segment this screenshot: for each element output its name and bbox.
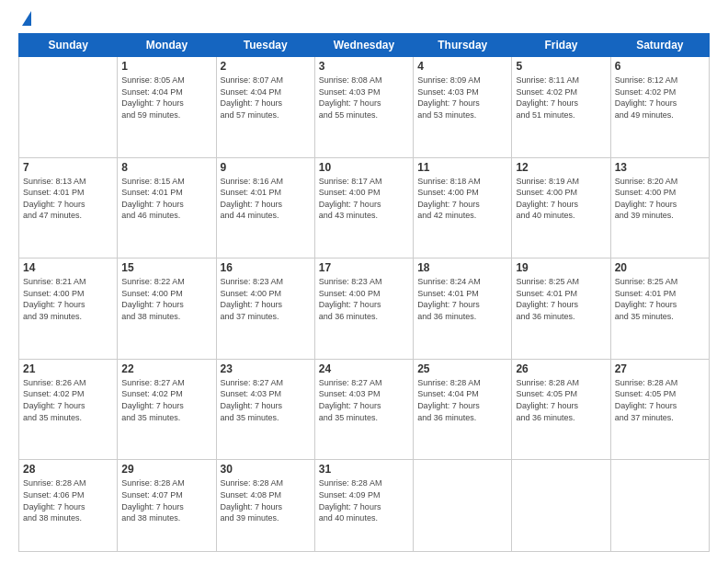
- day-info: Sunrise: 8:19 AM Sunset: 4:00 PM Dayligh…: [516, 176, 606, 222]
- day-number: 22: [121, 362, 211, 375]
- day-info: Sunrise: 8:26 AM Sunset: 4:02 PM Dayligh…: [23, 377, 113, 423]
- day-info: Sunrise: 8:05 AM Sunset: 4:04 PM Dayligh…: [121, 75, 211, 121]
- day-number: 20: [615, 261, 705, 274]
- col-wednesday: Wednesday: [314, 34, 413, 57]
- calendar-cell: 14Sunrise: 8:21 AM Sunset: 4:00 PM Dayli…: [19, 259, 118, 360]
- day-info: Sunrise: 8:23 AM Sunset: 4:00 PM Dayligh…: [319, 276, 409, 322]
- calendar-cell: 27Sunrise: 8:28 AM Sunset: 4:05 PM Dayli…: [610, 359, 709, 460]
- day-number: 9: [221, 161, 311, 174]
- calendar-cell: [610, 460, 709, 552]
- day-number: 5: [516, 60, 606, 73]
- col-friday: Friday: [512, 34, 610, 57]
- col-thursday: Thursday: [414, 34, 512, 57]
- day-number: 18: [417, 261, 507, 274]
- day-number: 12: [516, 161, 606, 174]
- day-number: 30: [221, 463, 311, 476]
- day-info: Sunrise: 8:27 AM Sunset: 4:03 PM Dayligh…: [221, 377, 311, 423]
- col-tuesday: Tuesday: [216, 34, 314, 57]
- day-info: Sunrise: 8:17 AM Sunset: 4:00 PM Dayligh…: [319, 176, 409, 222]
- calendar-cell: 24Sunrise: 8:27 AM Sunset: 4:03 PM Dayli…: [314, 359, 413, 460]
- header-row: Sunday Monday Tuesday Wednesday Thursday…: [19, 34, 710, 57]
- day-info: Sunrise: 8:28 AM Sunset: 4:06 PM Dayligh…: [23, 477, 113, 523]
- calendar-table: Sunday Monday Tuesday Wednesday Thursday…: [18, 33, 710, 552]
- day-info: Sunrise: 8:24 AM Sunset: 4:01 PM Dayligh…: [417, 276, 507, 322]
- calendar-cell: 10Sunrise: 8:17 AM Sunset: 4:00 PM Dayli…: [314, 157, 413, 259]
- calendar-cell: 11Sunrise: 8:18 AM Sunset: 4:00 PM Dayli…: [414, 157, 512, 259]
- calendar-cell: 6Sunrise: 8:12 AM Sunset: 4:02 PM Daylig…: [610, 57, 709, 158]
- calendar-cell: 20Sunrise: 8:25 AM Sunset: 4:01 PM Dayli…: [610, 259, 709, 360]
- calendar-cell: [19, 57, 118, 158]
- day-info: Sunrise: 8:12 AM Sunset: 4:02 PM Dayligh…: [615, 75, 705, 121]
- day-number: 29: [121, 463, 211, 476]
- calendar-cell: 2Sunrise: 8:07 AM Sunset: 4:04 PM Daylig…: [216, 57, 314, 158]
- day-number: 25: [417, 362, 507, 375]
- day-number: 3: [319, 60, 409, 73]
- calendar-cell: 5Sunrise: 8:11 AM Sunset: 4:02 PM Daylig…: [512, 57, 610, 158]
- day-number: 16: [221, 261, 311, 274]
- day-number: 6: [615, 60, 705, 73]
- calendar-cell: 21Sunrise: 8:26 AM Sunset: 4:02 PM Dayli…: [19, 359, 118, 460]
- day-number: 8: [121, 161, 211, 174]
- col-monday: Monday: [118, 34, 216, 57]
- logo: [18, 15, 31, 26]
- day-number: 31: [319, 463, 409, 476]
- day-number: 28: [23, 463, 113, 476]
- calendar-cell: 8Sunrise: 8:15 AM Sunset: 4:01 PM Daylig…: [118, 157, 216, 259]
- day-info: Sunrise: 8:08 AM Sunset: 4:03 PM Dayligh…: [319, 75, 409, 121]
- calendar-cell: 1Sunrise: 8:05 AM Sunset: 4:04 PM Daylig…: [118, 57, 216, 158]
- calendar-cell: 13Sunrise: 8:20 AM Sunset: 4:00 PM Dayli…: [610, 157, 709, 259]
- day-number: 2: [221, 60, 311, 73]
- day-number: 4: [417, 60, 507, 73]
- calendar-cell: 4Sunrise: 8:09 AM Sunset: 4:03 PM Daylig…: [414, 57, 512, 158]
- day-number: 1: [121, 60, 211, 73]
- calendar-cell: 12Sunrise: 8:19 AM Sunset: 4:00 PM Dayli…: [512, 157, 610, 259]
- week-row-3: 14Sunrise: 8:21 AM Sunset: 4:00 PM Dayli…: [19, 259, 710, 360]
- day-info: Sunrise: 8:20 AM Sunset: 4:00 PM Dayligh…: [615, 176, 705, 222]
- day-info: Sunrise: 8:07 AM Sunset: 4:04 PM Dayligh…: [221, 75, 311, 121]
- day-info: Sunrise: 8:21 AM Sunset: 4:00 PM Dayligh…: [23, 276, 113, 322]
- day-number: 23: [221, 362, 311, 375]
- day-number: 13: [615, 161, 705, 174]
- day-number: 17: [319, 261, 409, 274]
- day-number: 15: [121, 261, 211, 274]
- day-number: 19: [516, 261, 606, 274]
- day-info: Sunrise: 8:27 AM Sunset: 4:03 PM Dayligh…: [319, 377, 409, 423]
- day-info: Sunrise: 8:27 AM Sunset: 4:02 PM Dayligh…: [121, 377, 211, 423]
- day-info: Sunrise: 8:28 AM Sunset: 4:07 PM Dayligh…: [121, 477, 211, 523]
- week-row-2: 7Sunrise: 8:13 AM Sunset: 4:01 PM Daylig…: [19, 157, 710, 259]
- day-info: Sunrise: 8:28 AM Sunset: 4:09 PM Dayligh…: [319, 477, 409, 523]
- col-saturday: Saturday: [610, 34, 709, 57]
- calendar-cell: 19Sunrise: 8:25 AM Sunset: 4:01 PM Dayli…: [512, 259, 610, 360]
- day-info: Sunrise: 8:28 AM Sunset: 4:08 PM Dayligh…: [221, 477, 311, 523]
- week-row-5: 28Sunrise: 8:28 AM Sunset: 4:06 PM Dayli…: [19, 460, 710, 552]
- day-info: Sunrise: 8:28 AM Sunset: 4:05 PM Dayligh…: [516, 377, 606, 423]
- day-info: Sunrise: 8:18 AM Sunset: 4:00 PM Dayligh…: [417, 176, 507, 222]
- day-info: Sunrise: 8:13 AM Sunset: 4:01 PM Dayligh…: [23, 176, 113, 222]
- calendar-cell: 16Sunrise: 8:23 AM Sunset: 4:00 PM Dayli…: [216, 259, 314, 360]
- calendar-body: 1Sunrise: 8:05 AM Sunset: 4:04 PM Daylig…: [19, 57, 710, 552]
- day-info: Sunrise: 8:28 AM Sunset: 4:05 PM Dayligh…: [615, 377, 705, 423]
- calendar-cell: [414, 460, 512, 552]
- day-number: 11: [417, 161, 507, 174]
- day-info: Sunrise: 8:15 AM Sunset: 4:01 PM Dayligh…: [121, 176, 211, 222]
- day-info: Sunrise: 8:25 AM Sunset: 4:01 PM Dayligh…: [516, 276, 606, 322]
- day-number: 27: [615, 362, 705, 375]
- calendar-cell: 31Sunrise: 8:28 AM Sunset: 4:09 PM Dayli…: [314, 460, 413, 552]
- calendar-cell: 18Sunrise: 8:24 AM Sunset: 4:01 PM Dayli…: [414, 259, 512, 360]
- calendar-cell: 3Sunrise: 8:08 AM Sunset: 4:03 PM Daylig…: [314, 57, 413, 158]
- day-number: 14: [23, 261, 113, 274]
- week-row-1: 1Sunrise: 8:05 AM Sunset: 4:04 PM Daylig…: [19, 57, 710, 158]
- day-info: Sunrise: 8:23 AM Sunset: 4:00 PM Dayligh…: [221, 276, 311, 322]
- header: [18, 15, 710, 26]
- calendar-cell: 25Sunrise: 8:28 AM Sunset: 4:04 PM Dayli…: [414, 359, 512, 460]
- calendar-cell: 7Sunrise: 8:13 AM Sunset: 4:01 PM Daylig…: [19, 157, 118, 259]
- day-info: Sunrise: 8:22 AM Sunset: 4:00 PM Dayligh…: [121, 276, 211, 322]
- calendar-cell: 29Sunrise: 8:28 AM Sunset: 4:07 PM Dayli…: [118, 460, 216, 552]
- calendar-cell: 17Sunrise: 8:23 AM Sunset: 4:00 PM Dayli…: [314, 259, 413, 360]
- day-info: Sunrise: 8:28 AM Sunset: 4:04 PM Dayligh…: [417, 377, 507, 423]
- day-number: 26: [516, 362, 606, 375]
- day-number: 24: [319, 362, 409, 375]
- day-number: 21: [23, 362, 113, 375]
- calendar-cell: 22Sunrise: 8:27 AM Sunset: 4:02 PM Dayli…: [118, 359, 216, 460]
- day-info: Sunrise: 8:16 AM Sunset: 4:01 PM Dayligh…: [221, 176, 311, 222]
